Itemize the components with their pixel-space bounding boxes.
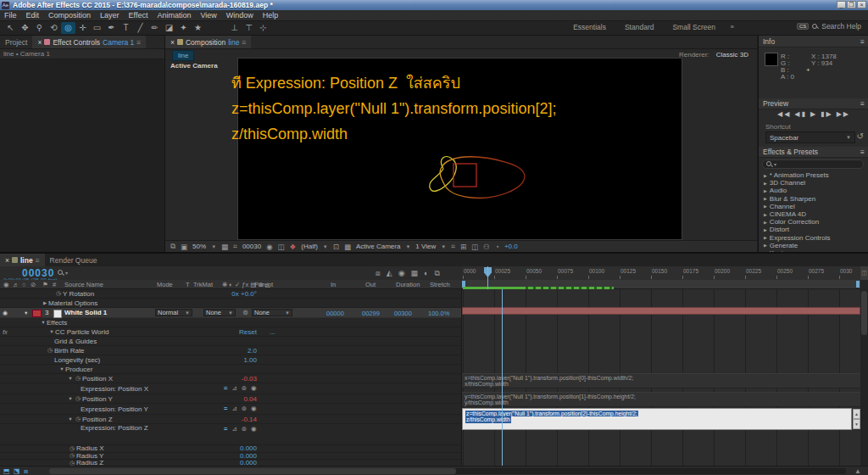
- renderer-button[interactable]: Classic 3D: [716, 51, 748, 59]
- stopwatch-icon[interactable]: ◷: [74, 375, 82, 382]
- view-axis-mode-icon[interactable]: ⊹: [256, 22, 270, 34]
- twirl-icon[interactable]: ▶: [42, 300, 48, 305]
- snapshot-icon[interactable]: ▣: [181, 243, 187, 251]
- panel-menu-icon[interactable]: ≡: [36, 256, 40, 265]
- clone-stamp-tool-icon[interactable]: ✏: [147, 22, 162, 34]
- shortcut-dropdown[interactable]: Spacebar ▼: [765, 131, 855, 143]
- property-row[interactable]: ◷ Expression: Position Y =⊿⊚◉: [0, 404, 461, 415]
- effects-category[interactable]: ▶ * Animation Presets: [759, 171, 868, 179]
- effects-category[interactable]: ▶ CINEMA 4D: [759, 210, 868, 218]
- expression-pickwhip-icon[interactable]: ⊚: [242, 405, 247, 412]
- playhead-line[interactable]: [502, 289, 503, 466]
- expression-graph-icon[interactable]: ⊿: [231, 405, 236, 412]
- label-color-chip[interactable]: [32, 310, 42, 317]
- property-row[interactable]: ◷ Expression: Position Z =⊿⊚◉: [0, 424, 461, 445]
- tab-render-queue[interactable]: Render Queue: [45, 254, 103, 266]
- effects-category[interactable]: ▶ Generate: [759, 242, 868, 249]
- zoom-tool-icon[interactable]: ⚲: [32, 22, 47, 34]
- panel-menu-icon[interactable]: ≡: [136, 38, 141, 47]
- layer-row[interactable]: ◉ ▼ 3 White Solid 1 Normal▼ None▼ ⊚ None…: [0, 308, 461, 318]
- menu-item[interactable]: File: [4, 11, 17, 20]
- panel-menu-icon[interactable]: ≡: [860, 148, 865, 156]
- stopwatch-icon[interactable]: ◷: [74, 416, 82, 422]
- effects-search-input[interactable]: ▾: [762, 159, 864, 169]
- expression-menu-icon[interactable]: ◉: [251, 384, 257, 392]
- comp-mini-tab[interactable]: line: [172, 50, 194, 61]
- pan-behind-tool-icon[interactable]: ✛: [75, 22, 90, 34]
- layer-duration-bar[interactable]: [462, 307, 860, 315]
- expression-enable-icon[interactable]: =: [224, 425, 227, 433]
- channels-icon[interactable]: ❖: [290, 243, 297, 251]
- col-in[interactable]: In: [331, 281, 336, 288]
- view-layout-dropdown[interactable]: 1 View: [415, 243, 436, 250]
- eye-icon[interactable]: ◉: [3, 310, 8, 316]
- scroll-up-icon[interactable]: ▲: [853, 409, 860, 419]
- scroll-down-icon[interactable]: ▼: [853, 419, 860, 429]
- property-value[interactable]: 2.0: [198, 347, 257, 355]
- local-axis-mode-icon[interactable]: ⊥: [227, 22, 242, 34]
- reset-icon[interactable]: ↺: [857, 131, 864, 141]
- twirl-icon[interactable]: ▼: [67, 396, 74, 401]
- roi-icon[interactable]: ⊡: [333, 243, 339, 251]
- square-shape[interactable]: [453, 164, 476, 187]
- expression-graph-icon[interactable]: ⊿: [231, 425, 236, 433]
- parent-pickwhip-icon[interactable]: ⊚: [242, 309, 248, 316]
- panel-menu-icon[interactable]: ≡: [860, 37, 865, 46]
- col-out[interactable]: Out: [365, 281, 376, 288]
- flowchart-icon[interactable]: ⧉: [170, 242, 175, 251]
- property-value[interactable]: -0.03: [198, 375, 257, 383]
- effects-category[interactable]: ▶ Color Correction: [759, 218, 868, 226]
- twirl-icon[interactable]: ▼: [58, 366, 65, 372]
- col-source-name[interactable]: Source Name: [64, 281, 103, 288]
- stopwatch-icon[interactable]: ◷: [68, 445, 76, 452]
- property-value[interactable]: 0x +0.0°: [198, 290, 257, 298]
- timeline-vertical-scrollbar[interactable]: [860, 289, 868, 466]
- property-value[interactable]: Reset: [198, 328, 257, 336]
- col-stretch[interactable]: Stretch: [430, 281, 450, 288]
- exposure-field[interactable]: +0.0: [504, 243, 518, 250]
- twirl-icon[interactable]: ▼: [67, 416, 74, 422]
- timeline-horizontal-scrollbar[interactable]: [49, 468, 846, 474]
- property-row[interactable]: ▼ ◷ Effects: [0, 318, 461, 327]
- transparency-grid-icon[interactable]: ▩: [344, 243, 351, 251]
- col-parent[interactable]: Parent: [254, 281, 273, 288]
- live-update-icon[interactable]: ⧈: [376, 269, 381, 278]
- maximize-button[interactable]: ❐: [847, 1, 856, 8]
- scroll-up-icon[interactable]: ▲: [854, 467, 861, 475]
- workspace-overflow-button[interactable]: »: [731, 23, 734, 31]
- unified-camera-tool-icon[interactable]: ◎: [61, 22, 75, 34]
- timeline-button-icon[interactable]: ◫: [471, 243, 478, 251]
- motion-blur-icon[interactable]: ◐: [424, 269, 428, 278]
- comp-flowchart-icon[interactable]: ⚇: [483, 243, 490, 251]
- menu-item[interactable]: Edit: [26, 11, 40, 20]
- property-row[interactable]: ▶ ◷ Material Options: [0, 299, 461, 308]
- draft-3d-icon[interactable]: ◭: [387, 269, 392, 278]
- selection-tool-icon[interactable]: ↖: [3, 22, 18, 34]
- shy-layers-icon[interactable]: ◉: [398, 269, 405, 278]
- expand-transfer-controls-icon[interactable]: ⬔: [14, 467, 20, 475]
- expression-menu-icon[interactable]: ◉: [251, 425, 257, 433]
- property-row[interactable]: ◷ Y Rotation 0x +0.0°: [0, 289, 461, 299]
- effects-category[interactable]: ▶ Blur & Sharpen: [759, 195, 868, 203]
- property-row[interactable]: ◷ Birth Rate 2.0: [0, 346, 461, 355]
- property-value[interactable]: -0.14: [198, 416, 257, 423]
- hand-tool-icon[interactable]: ✥: [18, 22, 32, 34]
- out-value[interactable]: 00299: [362, 310, 380, 317]
- menu-item[interactable]: View: [200, 11, 216, 20]
- menu-item[interactable]: Composition: [48, 11, 91, 20]
- camera-dropdown[interactable]: Active Camera: [356, 243, 400, 250]
- col-trkmat[interactable]: TrkMat: [193, 281, 213, 288]
- pen-tool-icon[interactable]: ✒: [104, 22, 119, 34]
- property-row[interactable]: ◷ Expression: Position X =⊿⊚◉: [0, 383, 461, 394]
- timeline-graph-area[interactable]: x=thisComp.layer("Null 1").transform.pos…: [462, 289, 860, 466]
- tab-timeline-line[interactable]: × line ≡: [0, 254, 45, 266]
- show-snapshot-icon[interactable]: ◫: [278, 243, 285, 251]
- layer-name[interactable]: White Solid 1: [64, 309, 107, 316]
- workspace-button[interactable]: Small Screen: [672, 23, 715, 31]
- effects-category[interactable]: ▶ Audio: [759, 187, 868, 194]
- property-value[interactable]: 0.04: [198, 395, 257, 403]
- magnification-dropdown[interactable]: 50%: [192, 243, 206, 250]
- property-row[interactable]: ◷ Longevity (sec) 1.00: [0, 355, 461, 365]
- stopwatch-icon[interactable]: ◷: [46, 347, 54, 354]
- stopwatch-icon[interactable]: ◷: [68, 452, 76, 459]
